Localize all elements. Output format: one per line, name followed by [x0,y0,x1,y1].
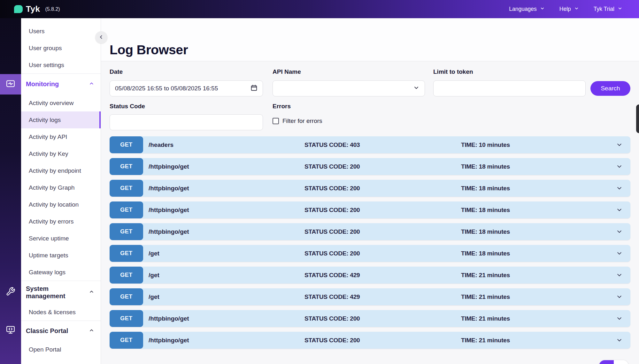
sidebar-item-activity-by-endpoint[interactable]: Activity by endpoint [21,162,101,179]
log-time: TIME: 21 minutes [461,293,510,300]
http-method-badge: GET [110,180,143,197]
menu-help[interactable]: Help [559,6,579,12]
log-row[interactable]: GET /httpbingo/get STATUS CODE: 200 TIME… [110,332,630,349]
calendar-icon[interactable] [250,84,258,93]
filter-for-errors-text: Filter for errors [282,118,322,125]
log-path: /get [149,250,159,257]
log-time: TIME: 18 minutes [461,250,510,257]
sidebar-item-nodes-licenses[interactable]: Nodes & licenses [21,304,101,321]
sidebar-section-monitoring[interactable]: Monitoring [21,73,101,95]
log-row[interactable]: GET /httpbingo/get STATUS CODE: 200 TIME… [110,223,630,240]
log-row[interactable]: GET /get STATUS CODE: 429 TIME: 21 minut… [110,288,630,305]
sidebar-section-label: System management [26,285,89,300]
sidebar-item-service-uptime[interactable]: Service uptime [21,230,101,247]
rail-item-monitoring[interactable] [0,74,21,95]
chevron-down-icon[interactable] [616,228,623,236]
rail-item-system-management[interactable] [0,285,21,299]
sidebar-item-label: Gateway logs [29,269,65,276]
http-method-badge: GET [110,310,143,327]
log-status-code: STATUS CODE: 200 [304,185,360,192]
chevron-down-icon[interactable] [616,141,623,149]
http-method-badge: GET [110,158,143,175]
sidebar-item-activity-overview[interactable]: Activity overview [21,95,101,111]
log-row[interactable]: GET /get STATUS CODE: 200 TIME: 18 minut… [110,245,630,262]
sidebar-item-activity-by-location[interactable]: Activity by location [21,196,101,213]
wrench-icon [6,287,15,298]
menu-languages-label: Languages [509,6,537,12]
api-name-select[interactable] [273,80,425,96]
log-row[interactable]: GET /httpbingo/get STATUS CODE: 200 TIME… [110,158,630,175]
log-row[interactable]: GET /httpbingo/get STATUS CODE: 200 TIME… [110,180,630,197]
chevron-down-icon[interactable] [616,272,623,280]
status-code-value[interactable] [115,119,258,126]
status-code-input[interactable] [110,114,263,130]
brand[interactable]: Tyk (5.8.2) [14,4,60,14]
sidebar-item-open-portal[interactable]: Open Portal [21,341,101,358]
log-status-code: STATUS CODE: 200 [304,207,360,214]
chevron-down-icon[interactable] [616,337,623,345]
limit-to-token-input[interactable] [433,80,586,96]
sidebar-item-user-settings[interactable]: User settings [21,57,101,73]
feedback-side-tab[interactable] [636,104,639,133]
sidebar-item-activity-by-key[interactable]: Activity by Key [21,145,101,162]
sidebar-item-gateway-logs[interactable]: Gateway logs [21,264,101,281]
log-status-code: STATUS CODE: 200 [304,315,360,322]
http-method-badge: GET [110,332,143,349]
sidebar-item-user-groups[interactable]: User groups [21,40,101,57]
date-range-value[interactable] [115,85,250,92]
date-range-input[interactable] [110,80,263,96]
pagination-pill [599,360,628,364]
limit-to-token-label: Limit to token [433,68,473,75]
log-status-code: STATUS CODE: 200 [304,250,360,257]
sidebar-item-activity-by-api[interactable]: Activity by API [21,128,101,145]
sidebar-item-label: Activity by Key [29,150,68,157]
sidebar-item-label: Activity by errors [29,218,73,225]
log-path: /httpbingo/get [149,163,189,170]
sidebar-item-activity-by-graph[interactable]: Activity by Graph [21,179,101,196]
api-name-value[interactable] [278,85,413,92]
sidebar-item-label: Activity logs [29,117,61,124]
log-row[interactable]: GET /headers STATUS CODE: 403 TIME: 10 m… [110,136,630,153]
chevron-down-icon[interactable] [616,185,623,193]
page-header: Log Browser [101,18,639,61]
api-name-label: API Name [273,68,301,75]
sidebar-section-system-management[interactable]: System management [21,281,101,304]
log-row[interactable]: GET /get STATUS CODE: 429 TIME: 21 minut… [110,267,630,284]
sidebar-item-label: User settings [29,62,64,69]
sidebar-item-activity-by-errors[interactable]: Activity by errors [21,213,101,230]
menu-languages[interactable]: Languages [509,6,545,12]
chevron-down-icon[interactable] [616,207,623,215]
log-path: /get [149,272,159,279]
chevron-down-icon[interactable] [616,163,623,171]
tyk-logo-text: Tyk [26,4,40,14]
chevron-down-icon[interactable] [616,293,623,301]
sidebar-item-label: Users [29,28,45,35]
sidebar-item-label: Nodes & licenses [29,309,76,316]
log-status-code: STATUS CODE: 200 [304,337,360,344]
log-path: /headers [149,141,173,148]
filter-for-errors-control[interactable]: Filter for errors [273,118,322,125]
log-time: TIME: 10 minutes [461,141,510,148]
log-row[interactable]: GET /httpbingo/get STATUS CODE: 200 TIME… [110,201,630,218]
sidebar-item-label: Activity by location [29,201,79,208]
sidebar-item-label: Activity overview [29,100,73,107]
menu-account[interactable]: Tyk Trial [594,6,622,12]
log-row[interactable]: GET /httpbingo/get STATUS CODE: 200 TIME… [110,310,630,327]
http-method-badge: GET [110,245,143,262]
icon-rail [0,18,21,364]
sidebar-item-uptime-targets[interactable]: Uptime targets [21,247,101,264]
rail-item-classic-portal[interactable] [0,323,21,337]
http-method-badge: GET [110,288,143,305]
chevron-down-icon[interactable] [616,315,623,323]
main-content: Log Browser Date API Name Limit to token [101,18,639,364]
filter-for-errors-checkbox[interactable] [273,118,279,124]
search-button[interactable]: Search [590,81,630,96]
sidebar-section-label: Monitoring [26,80,59,88]
sidebar-item-activity-logs[interactable]: Activity logs [21,111,101,128]
sidebar-section-classic-portal[interactable]: Classic Portal [21,321,101,341]
chevron-down-icon[interactable] [616,250,623,258]
limit-to-token-value[interactable] [439,85,580,92]
chevron-down-icon [540,6,545,12]
sidebar-item-users[interactable]: Users [21,23,101,40]
sidebar-collapse-button[interactable] [95,31,107,43]
